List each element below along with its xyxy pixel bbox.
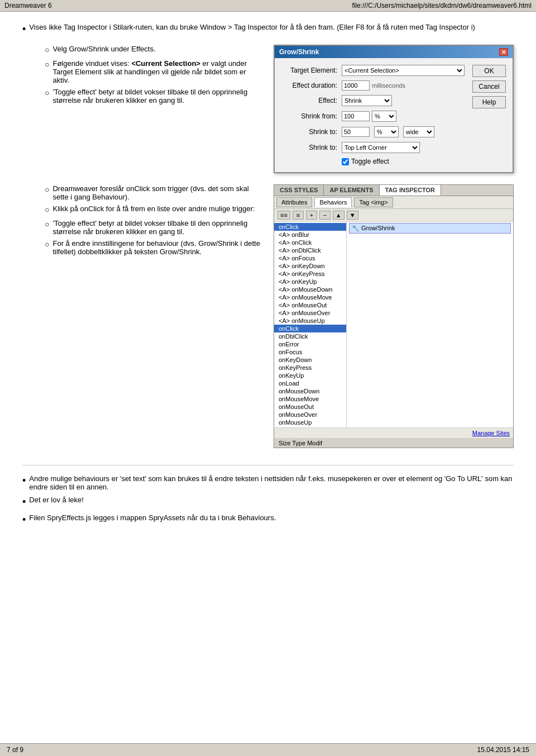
sub-tab-attributes[interactable]: Attributes [276,197,312,207]
bottom-bullet-3-text: Filen SpryEffects.js legges i mappen Spr… [29,513,276,526]
event-item-onload[interactable]: onLoad [274,379,346,387]
sub-bullet-6: ○ 'Toggle effect' betyr at bildet vokser… [34,219,262,236]
circle-2: ○ [45,59,49,70]
ok-button[interactable]: OK [472,65,506,77]
bottom-bullet-2-text: Det er lov å leke! [29,496,84,508]
event-item-onclick-1[interactable]: <A> onClick [274,239,346,246]
panel-toolbar: ≡≡ ≡ + − ▲ ▼ [274,209,513,222]
target-element-row: Target Element: <Current Selection> [281,65,468,76]
shrink-to-unit-select[interactable]: % [374,126,399,137]
section2-row: ○ Dreamweaver foreslår onClick som trigg… [22,184,514,448]
size-type-label: Size Type Modif [274,439,327,448]
event-item-onerror[interactable]: onError [274,340,346,348]
event-item-onkeyup-1[interactable]: <A> onKeyUp [274,278,346,286]
event-list: onClick <A> onBlur <A> onClick <A> onDbl… [274,222,347,427]
toolbar-up-icon[interactable]: ▲ [333,211,344,220]
sub-bullet-1-text: Velg Grow/Shrink under Effects. [52,45,155,53]
sub-bullet-3-text: 'Toggle effect' betyr at bildet vokser t… [52,88,262,104]
circle-5: ○ [45,205,49,216]
bottom-bullets: • Andre mulige behaviours er 'set text' … [22,465,514,526]
help-button[interactable]: Help [472,96,506,108]
bottom-bullet-2-dot: • [22,496,26,508]
dialog-fields: Target Element: <Current Selection> Effe… [281,65,468,165]
section2-text: ○ Dreamweaver foreslår onClick som trigg… [22,184,262,259]
page-content: • Vises ikke Tag Inspector i Stilark-rut… [0,12,536,542]
tab-tag-inspector[interactable]: TAG INSPECTOR [380,185,441,196]
size-type-row: Size Type Modif [274,438,513,448]
shrink-to2-label: Shrink to: [281,144,337,151]
effect-label: Effect: [281,97,337,104]
tab-ap-elements[interactable]: AP ELEMENTS [324,185,379,196]
effect-select[interactable]: Shrink [342,95,392,106]
toggle-effect-checkbox[interactable] [342,158,349,165]
tag-inspector-panel: CSS STYLES AP ELEMENTS TAG INSPECTOR Att… [274,184,514,448]
event-item-onclick-2[interactable]: onClick [274,325,346,332]
shrink-to2-select[interactable]: Top Left Corner [342,142,420,153]
panel-container: CSS STYLES AP ELEMENTS TAG INSPECTOR Att… [274,184,514,448]
event-item-onmousedown-2[interactable]: onMouseDown [274,387,346,395]
bottom-bullet-3: • Filen SpryEffects.js legges i mappen S… [22,513,514,526]
event-item-onmousemove-1[interactable]: <A> onMouseMove [274,293,346,301]
dialog-title: Grow/Shrink [279,48,319,56]
shrink-to2-row: Shrink to: Top Left Corner [281,142,468,153]
toolbar-down-icon[interactable]: ▼ [347,211,358,220]
shrink-to-input[interactable] [342,127,370,137]
sub-bullet-4: ○ Dreamweaver foreslår onClick som trigg… [34,184,262,201]
dialog-close-button[interactable]: ✕ [499,48,508,56]
grow-shrink-dialog: Grow/Shrink ✕ Target Element: <Current S… [274,45,514,173]
manage-sites-link[interactable]: Manage Sites [472,430,510,436]
sub-tab-tag[interactable]: Tag <img> [354,197,393,207]
section1-row: ○ Velg Grow/Shrink under Effects. ○ Følg… [22,45,514,173]
cancel-button[interactable]: Cancel [472,80,506,93]
sub-bullet-6-text: 'Toggle effect' betyr at bildet vokser t… [52,219,262,236]
toolbar-align-left-icon[interactable]: ≡≡ [277,211,290,220]
event-item-onmousedown-1[interactable]: <A> onMouseDown [274,286,346,293]
event-item-onmouseover-1[interactable]: <A> onMouseOver [274,309,346,317]
sub-bullet-2-text: Følgende vinduet vises: <Current Selecti… [52,59,262,84]
effect-duration-row: Effect duration: milliseconds [281,80,468,91]
event-item-onmouseup-2[interactable]: onMouseUp [274,419,346,426]
event-item-onfocus-1[interactable]: <A> onFocus [274,254,346,262]
toolbar-remove-icon[interactable]: − [319,211,331,220]
event-item-onkeypress-2[interactable]: onKeyPress [274,364,346,372]
panel-sub-tabs: Attributes Behaviors Tag <img> [276,197,393,207]
sub-bullet-7-text: For å endre innstillingene for behaviour… [52,239,262,256]
effect-duration-input[interactable] [342,80,370,91]
panel-tabs: CSS STYLES AP ELEMENTS TAG INSPECTOR [274,185,513,196]
sub-bullet-1: ○ Velg Grow/Shrink under Effects. [34,45,262,56]
event-item-onclick-selected[interactable]: onClick [274,223,346,231]
tab-css-styles[interactable]: CSS STYLES [274,185,324,196]
bottom-bullet-3-dot: • [22,513,26,526]
event-item-onmouseup-1[interactable]: <A> onMouseUp [274,317,346,325]
sub-bullet-5-text: Klikk på onClick for å få frem en liste … [52,205,255,213]
effect-duration-unit: milliseconds [372,82,405,89]
event-item-onmouseover-2[interactable]: onMouseOver [274,411,346,419]
dialog-box: Grow/Shrink ✕ Target Element: <Current S… [274,45,514,173]
browser-title-right: file:///C:/Users/michaelp/sites/dkdm/dw6… [352,2,532,9]
toolbar-add-icon[interactable]: + [306,211,317,220]
action-item-grow-shrink[interactable]: 🔧 Grow/Shrink [349,223,511,234]
sub-tab-behaviors[interactable]: Behaviors [314,197,352,207]
dialog-buttons: OK Cancel Help [472,65,506,165]
event-item-ondblclick-1[interactable]: <A> onDblClick [274,246,346,254]
event-item-ondblclick-2[interactable]: onDblClick [274,332,346,340]
bottom-bullet-1: • Andre mulige behaviours er 'set text' … [22,474,514,491]
event-item-onfocus-2[interactable]: onFocus [274,348,346,356]
toolbar-align-right-icon[interactable]: ≡ [293,211,304,220]
event-item-onkeypress-1[interactable]: <A> onKeyPress [274,270,346,278]
shrink-from-unit-select[interactable]: % [372,111,396,122]
event-item-onkeyup-2[interactable]: onKeyUp [274,372,346,379]
event-item-onkeydown-2[interactable]: onKeyDown [274,356,346,364]
event-item-onmouseout-2[interactable]: onMouseOut [274,403,346,411]
circle-1: ○ [45,45,49,56]
event-item-onkeydown-1[interactable]: <A> onKeyDown [274,262,346,270]
intro-bullet: • Vises ikke Tag Inspector i Stilark-rut… [22,23,514,36]
shrink-from-input[interactable] [342,111,370,121]
shrink-to-extra-select[interactable]: wide [403,126,434,137]
event-item-onmouseout-1[interactable]: <A> onMouseOut [274,301,346,309]
target-element-select[interactable]: <Current Selection> [342,65,465,76]
event-item-onblur-1[interactable]: <A> onBlur [274,231,346,239]
event-item-onmousemove-2[interactable]: onMouseMove [274,395,346,403]
target-element-label: Target Element: [281,66,337,74]
shrink-from-label: Shrink from: [281,112,337,120]
